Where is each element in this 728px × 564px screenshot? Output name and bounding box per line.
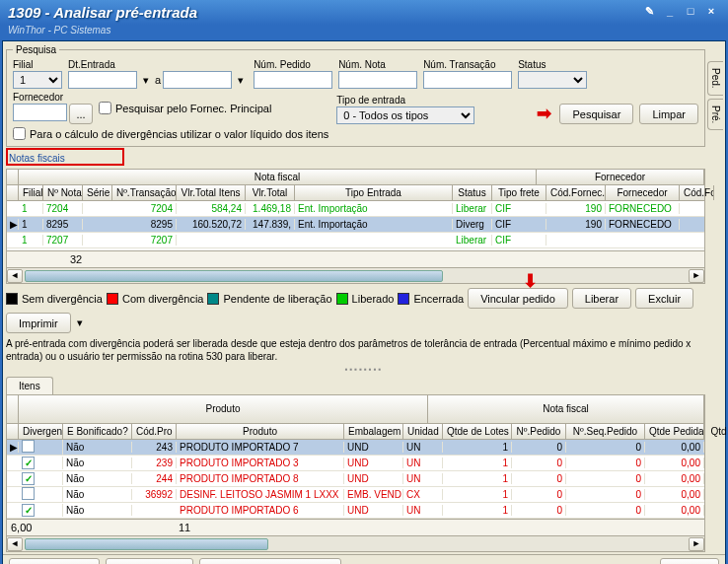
side-tab-ped[interactable]: Ped. — [707, 61, 723, 96]
numtrans-label: Núm. Transação — [423, 59, 512, 70]
legend-swatch — [6, 293, 18, 305]
fornecedor-label: Fornecedor — [13, 92, 93, 103]
divergent-checkbox[interactable] — [22, 440, 35, 453]
itens-grid: Produto Nota fiscal DivergentE Bonificad… — [6, 394, 705, 552]
legend-label: Pendente de liberação — [223, 293, 331, 305]
close-button[interactable]: × — [702, 5, 720, 21]
window-subtitle: WinThor - PC Sistemas — [0, 25, 728, 38]
numnota-input[interactable] — [338, 71, 417, 89]
dtentrada-label: Dt.Entrada — [68, 59, 248, 70]
dtentrada-from[interactable] — [68, 71, 137, 89]
nf-header[interactable]: Cód.Fornec. — [546, 185, 606, 200]
tab-itens[interactable]: Itens — [6, 377, 53, 394]
divergent-checkbox[interactable]: ✓ — [22, 504, 35, 517]
legend-label: Encerrada — [413, 293, 464, 305]
nf-hscroll[interactable]: ◄► — [7, 267, 704, 283]
nf-header[interactable]: Vlr.Total — [246, 185, 295, 200]
vincular-pedido-button[interactable]: Vincular pedido — [468, 288, 568, 309]
legend-label: Liberado — [352, 293, 395, 305]
itens-header[interactable]: Cód.Pro — [132, 424, 177, 439]
itens-header[interactable]: Qtde de Lotes — [443, 424, 512, 439]
dtentrada-to[interactable] — [163, 71, 232, 89]
divergent-checkbox[interactable]: ✓ — [22, 457, 35, 469]
splitter[interactable]: ▪▪▪▪▪▪▪▪ — [3, 365, 725, 374]
fechar-button[interactable]: Fechar — [660, 558, 719, 564]
nf-header[interactable]: Nº Nota — [43, 185, 83, 200]
itens-header[interactable]: Divergent — [19, 424, 63, 439]
calc-divergencia-label: Para o cálculo de divergências utilizar … — [30, 128, 328, 140]
window-title: 1309 - Analisar pré-entrada — [8, 4, 637, 21]
nf-header[interactable]: Série — [83, 185, 112, 200]
nf-total-count: 32 — [70, 253, 82, 265]
liberar-button[interactable]: Liberar — [572, 288, 631, 309]
itens-header[interactable]: Qtde Pedida — [645, 424, 704, 439]
legend-label: Sem divergência — [22, 293, 103, 305]
divergent-checkbox[interactable]: ✓ — [22, 472, 35, 485]
itens-header[interactable]: Nº.Pedido — [512, 424, 566, 439]
maximize-button[interactable]: □ — [682, 5, 699, 21]
legend-label: Com divergência — [122, 293, 204, 305]
pesquisar-button[interactable]: Pesquisar — [559, 104, 633, 124]
numpedido-input[interactable] — [254, 71, 332, 89]
arrow-pesquisar-icon: ➡ — [537, 103, 551, 124]
table-row[interactable]: ✓Não244PRODUTO IMPORTADO 8UNDUN1000,00 — [7, 471, 704, 487]
table-row[interactable]: ✓Não239PRODUTO IMPORTADO 3UNDUN1000,00 — [7, 456, 704, 471]
imprimir-dropdown-icon[interactable]: ▾ — [75, 317, 85, 329]
itens-header[interactable]: E Bonificado? — [63, 424, 132, 439]
itens-group-nf: Nota fiscal — [428, 395, 704, 423]
nf-header[interactable]: Filial — [19, 185, 43, 200]
itens-sum-mid: 11 — [179, 522, 190, 533]
vincular-item-button[interactable]: Vincular item — [106, 558, 193, 564]
nf-group-fornecedor: Fornecedor — [537, 170, 704, 184]
nf-header[interactable]: Cód.Fo — [680, 185, 714, 200]
titlebar: 1309 - Analisar pré-entrada ✎ _ □ × — [0, 0, 728, 25]
table-row[interactable]: ▶182958295160.520,72147.839,Ent. Importa… — [7, 217, 704, 233]
nf-header[interactable]: Tipo frete — [492, 185, 546, 200]
a-label: a — [155, 74, 161, 86]
fornecedor-lookup-button[interactable]: ... — [69, 104, 93, 124]
itens-header[interactable]: Qtd — [704, 424, 728, 439]
table-row[interactable]: 172047204584,241.469,18Ent. ImportaçãoLi… — [7, 201, 704, 217]
numnota-label: Núm. Nota — [338, 59, 417, 70]
status-select[interactable] — [518, 71, 587, 89]
itens-hscroll[interactable]: ◄► — [7, 535, 704, 551]
numtrans-input[interactable] — [423, 71, 512, 89]
highlight-notas-fiscais — [6, 148, 124, 166]
nf-header[interactable]: Nº.Transação — [112, 185, 177, 200]
pesq-principal-label: Pesquisar pelo Fornec. Principal — [115, 103, 271, 114]
table-row[interactable]: ✓NãoPRODUTO IMPORTADO 6UNDUN1000,00 — [7, 503, 704, 519]
editar-pedido-button[interactable]: Editar Pedido — [9, 558, 100, 564]
itens-header[interactable]: Unidad — [403, 424, 443, 439]
filial-select[interactable]: 1 — [13, 71, 62, 89]
calc-divergencia-checkbox[interactable] — [13, 127, 26, 140]
fornecedor-input[interactable] — [13, 104, 67, 121]
itens-header[interactable]: Embalagem — [344, 424, 403, 439]
nf-header[interactable]: Vlr.Total Itens — [177, 185, 246, 200]
itens-header[interactable]: Produto — [177, 424, 344, 439]
nf-group-notafiscal: Nota fiscal — [19, 170, 537, 184]
divergent-checkbox[interactable] — [22, 487, 35, 500]
nf-header[interactable]: Status — [453, 185, 492, 200]
itens-header[interactable]: Nº.Seq.Pedido — [566, 424, 645, 439]
filial-label: Filial — [13, 59, 62, 70]
minimize-button[interactable]: _ — [661, 5, 679, 21]
tipoentrada-label: Tipo de entrada — [336, 95, 474, 106]
pesq-principal-checkbox[interactable] — [99, 102, 111, 114]
status-label: Status — [518, 59, 587, 70]
table-row[interactable]: 172077207LiberarCIF — [7, 233, 704, 248]
excluir-button[interactable]: Excluir — [635, 288, 693, 309]
table-row[interactable]: ▶Não243PRODUTO IMPORTADO 7UNDUN1000,00 — [7, 440, 704, 456]
search-panel: Pesquisa Filial 1 Dt.Entrada ▾ a ▾ Núm. … — [6, 44, 705, 147]
nf-header[interactable]: Fornecedor — [606, 185, 680, 200]
imprimir-button[interactable]: Imprimir — [6, 313, 71, 333]
legend-swatch — [398, 293, 409, 305]
edit-icon[interactable]: ✎ — [640, 5, 658, 21]
nf-grid: Nota fiscal Fornecedor FilialNº NotaSéri… — [6, 169, 705, 284]
tipoentrada-select[interactable]: 0 - Todos os tipos — [336, 106, 474, 124]
nf-header[interactable]: Tipo Entrada — [295, 185, 453, 200]
desvincular-button[interactable]: Desvincular pedido/item — [199, 558, 340, 564]
table-row[interactable]: Não36992DESINF. LEITOSO JASMIM 1 LXXXEMB… — [7, 487, 704, 503]
side-tab-pre[interactable]: Pré. — [707, 99, 723, 130]
legend-swatch — [207, 293, 219, 305]
limpar-button[interactable]: Limpar — [639, 104, 698, 124]
